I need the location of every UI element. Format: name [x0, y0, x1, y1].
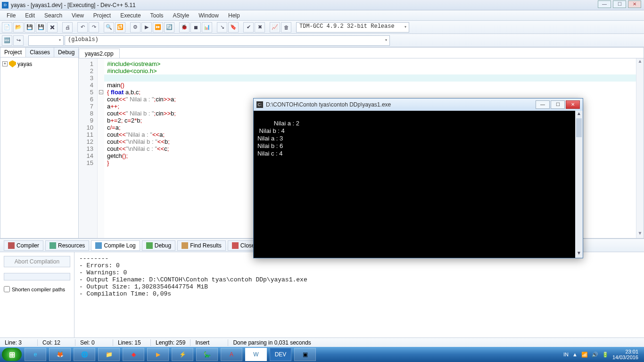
print-icon[interactable]: 🖨 — [62, 22, 73, 33]
tray-volume-icon[interactable]: 🔊 — [592, 352, 598, 358]
console-close-button[interactable]: ✕ — [566, 100, 580, 109]
bottom-tab-resources[interactable]: Resources — [45, 240, 89, 251]
maximize-button[interactable]: ☐ — [613, 0, 626, 8]
menu-view[interactable]: View — [67, 11, 89, 20]
run-icon[interactable]: ▶ — [141, 22, 152, 33]
tray-clock[interactable]: 23:01 14/03/2016 — [612, 349, 638, 360]
menu-execute[interactable]: Execute — [116, 11, 145, 20]
bottom-tab-compile-log[interactable]: Compile Log — [91, 240, 140, 251]
project-tree[interactable]: + yayas — [0, 58, 78, 238]
abort-compilation-button[interactable]: Abort Compilation — [4, 256, 70, 267]
expand-icon[interactable]: + — [2, 61, 8, 66]
goto-class-icon[interactable]: ↪ — [13, 35, 24, 46]
status-bar: Line: 3 Col: 12 Sel: 0 Lines: 15 Length:… — [0, 337, 644, 347]
console-titlebar[interactable]: C: D:\CONTOH\Contoh tyas\contoh DDp\yaya… — [254, 99, 583, 111]
taskbar-app-chrome[interactable]: 🌐 — [74, 348, 95, 361]
open-file-icon[interactable]: 📂 — [13, 22, 24, 33]
compile-progress — [4, 273, 70, 280]
console-window[interactable]: C: D:\CONTOH\Contoh tyas\contoh DDp\yaya… — [253, 98, 583, 258]
sidebar-tab-debug[interactable]: Debug — [54, 48, 79, 57]
editor-scrollbar[interactable]: ▲ ▼ — [636, 58, 644, 238]
bottom-tab-debug[interactable]: Debug — [142, 240, 175, 251]
taskbar-app-media[interactable]: ▶ — [147, 348, 169, 361]
goto-icon[interactable]: ↘ — [217, 22, 227, 33]
trash-icon[interactable]: 🗑 — [281, 22, 291, 33]
profile-icon[interactable]: 📊 — [202, 22, 212, 33]
shorten-paths-checkbox[interactable]: Shorten compiler paths — [4, 286, 70, 292]
bottom-tab-find-results[interactable]: Find Results — [177, 240, 226, 251]
taskbar-app-devcpp[interactable]: DEV — [270, 348, 291, 361]
file-tab-active[interactable]: yayas2.cpp — [79, 49, 120, 58]
status-line: Line: 3 — [0, 339, 38, 346]
scroll-down-icon[interactable]: ▼ — [636, 230, 644, 238]
debug-icon[interactable]: 🐞 — [179, 22, 190, 33]
taskbar-app-console[interactable]: ▣ — [294, 348, 316, 361]
tray-lang[interactable]: IN — [563, 352, 569, 357]
bottom-tab-compiler[interactable]: Compiler — [4, 240, 43, 251]
console-title-text: D:\CONTOH\Contoh tyas\contoh DDp\yayas1.… — [266, 101, 391, 108]
menu-file[interactable]: File — [2, 11, 20, 20]
sidebar-tab-classes[interactable]: Classes — [26, 48, 54, 57]
tray-network-icon[interactable]: 📶 — [581, 352, 588, 358]
menu-window[interactable]: Window — [194, 11, 223, 20]
window-title: yayas - [yayas1.dev] - [Executing] - Dev… — [11, 2, 136, 8]
scroll-thumb[interactable] — [576, 118, 582, 137]
compile-run-icon[interactable]: ⏩ — [153, 22, 163, 33]
menu-tools[interactable]: Tools — [146, 11, 168, 20]
tray-flag-icon[interactable]: ▲ — [572, 352, 578, 357]
system-tray[interactable]: IN ▲ 📶 🔊 🔋 23:01 14/03/2016 — [560, 349, 642, 360]
taskbar-app-firefox[interactable]: 🦊 — [49, 348, 71, 361]
save-all-icon[interactable]: 💾 — [36, 22, 46, 33]
taskbar-app-word[interactable]: W — [245, 348, 267, 361]
scroll-up-icon[interactable]: ▲ — [575, 111, 583, 118]
tree-root-item[interactable]: + yayas — [2, 60, 76, 67]
start-button[interactable]: ⊞ — [2, 348, 22, 361]
compiler-select[interactable]: TDM-GCC 4.9.2 32-bit Release — [296, 22, 409, 33]
stop-icon[interactable]: ⏹ — [190, 22, 201, 33]
taskbar-app-antivirus[interactable]: ◆ — [123, 348, 144, 361]
console-maximize-button[interactable]: ☐ — [551, 100, 565, 109]
close-button[interactable]: ✕ — [628, 0, 641, 8]
tab-icon — [232, 242, 239, 249]
menu-astyle[interactable]: AStyle — [168, 11, 194, 20]
taskbar-app-ie[interactable]: e — [25, 348, 46, 361]
compile-log-output[interactable]: -------- - Errors: 0 - Warnings: 0 - Out… — [74, 252, 644, 337]
rebuild-icon[interactable]: 🔄 — [164, 22, 174, 33]
menu-search[interactable]: Search — [40, 11, 67, 20]
check-icon[interactable]: ✔ — [243, 22, 254, 33]
close-file-icon[interactable]: 🗙 — [47, 22, 58, 33]
tray-power-icon[interactable]: 🔋 — [602, 352, 609, 358]
console-scrollbar[interactable]: ▲ ▼ — [575, 111, 583, 258]
chart-icon[interactable]: 📈 — [270, 22, 280, 33]
new-file-icon[interactable]: 📄 — [2, 22, 12, 33]
taskbar-app-pdf[interactable]: A — [221, 348, 242, 361]
redo-icon[interactable]: ↷ — [89, 22, 99, 33]
compile-controls: Abort Compilation Shorten compiler paths — [0, 252, 74, 337]
menu-edit[interactable]: Edit — [20, 11, 40, 20]
tab-icon — [8, 242, 15, 249]
menu-project[interactable]: Project — [89, 11, 116, 20]
sidebar-tab-project[interactable]: Project — [0, 48, 26, 57]
windows-taskbar[interactable]: ⊞ e 🦊 🌐 📁 ◆ ▶ ⚡ 🦕 A W DEV ▣ IN ▲ 📶 🔊 🔋 2… — [0, 347, 644, 362]
console-minimize-button[interactable]: — — [536, 100, 550, 109]
minimize-button[interactable]: — — [598, 0, 611, 8]
console-output[interactable]: Nilai a : 2 Nilai b : 4 Nilai a : 3 Nila… — [254, 111, 583, 258]
cancel-icon[interactable]: ✖ — [255, 22, 265, 33]
save-icon[interactable]: 💾 — [25, 22, 35, 33]
menu-help[interactable]: Help — [223, 11, 245, 20]
window-titlebar: D yayas - [yayas1.dev] - [Executing] - D… — [0, 0, 644, 10]
scope-select[interactable] — [28, 35, 64, 46]
bookmark-icon[interactable]: 🔖 — [228, 22, 239, 33]
scroll-up-icon[interactable]: ▲ — [636, 58, 644, 66]
find-icon[interactable]: 🔍 — [104, 22, 114, 33]
compile-icon[interactable]: ⚙ — [130, 22, 140, 33]
undo-icon[interactable]: ↶ — [77, 22, 88, 33]
new-class-icon[interactable]: 🆕 — [2, 35, 12, 46]
replace-icon[interactable]: 🔁 — [115, 22, 125, 33]
shorten-paths-input[interactable] — [4, 286, 10, 292]
taskbar-app-dino[interactable]: 🦕 — [196, 348, 218, 361]
taskbar-app-explorer[interactable]: 📁 — [98, 348, 120, 361]
globals-select[interactable]: (globals) — [65, 35, 390, 46]
taskbar-app-winamp[interactable]: ⚡ — [172, 348, 193, 361]
scroll-down-icon[interactable]: ▼ — [575, 250, 583, 258]
